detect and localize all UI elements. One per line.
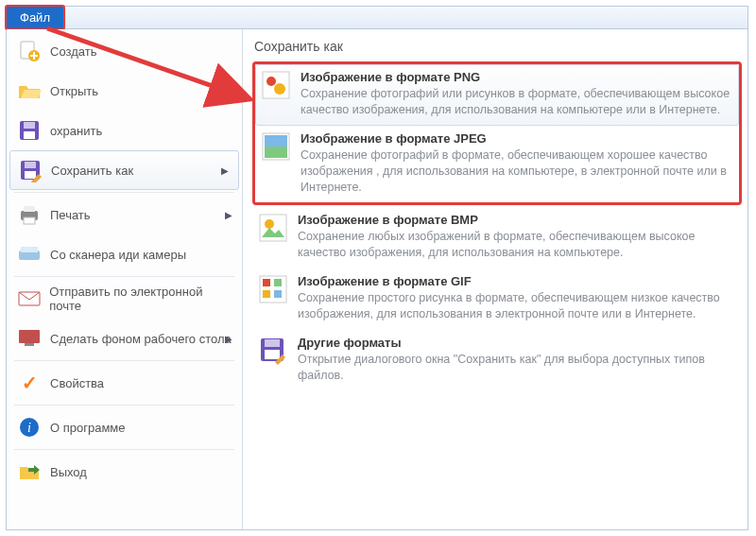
svg-rect-3 xyxy=(24,122,35,129)
menu-about-label: О программе xyxy=(50,421,126,435)
gif-icon xyxy=(258,274,288,304)
option-other[interactable]: Другие форматы Открытие диалогового окна… xyxy=(252,330,742,391)
highlight-box: Изображение в формате PNG Сохранение фот… xyxy=(252,61,742,205)
svg-rect-4 xyxy=(24,131,35,139)
menu-properties-label: Свойства xyxy=(50,376,104,390)
chevron-right-icon: ▶ xyxy=(225,210,232,220)
new-file-icon xyxy=(16,38,43,64)
menu-create[interactable]: Создать xyxy=(7,31,242,71)
svg-rect-27 xyxy=(263,279,270,286)
option-png-desc: Сохранение фотографий или рисунков в фор… xyxy=(301,86,733,118)
option-gif-text: Изображение в формате GIF Сохранение про… xyxy=(298,274,736,322)
menu-save-label: охранить xyxy=(50,124,102,138)
option-bmp-text: Изображение в формате BMP Сохранение люб… xyxy=(298,213,736,261)
tab-file[interactable]: Файл xyxy=(5,5,65,30)
svg-rect-7 xyxy=(25,171,36,179)
svg-rect-10 xyxy=(24,217,35,224)
option-jpeg-desc: Сохранение фотографий в формате, обеспеч… xyxy=(301,147,733,196)
menu-create-label: Создать xyxy=(50,44,96,59)
svg-rect-30 xyxy=(274,290,282,298)
desktop-bg-icon xyxy=(16,325,43,352)
menu-print[interactable]: Печать ▶ xyxy=(7,195,242,234)
option-other-text: Другие форматы Открытие диалогового окна… xyxy=(298,336,736,384)
menu-open[interactable]: Открыть xyxy=(7,71,242,111)
option-png-title: Изображение в формате PNG xyxy=(301,70,733,84)
menu-properties[interactable]: ✓ Свойства xyxy=(7,363,242,403)
svg-rect-33 xyxy=(265,350,280,359)
svg-rect-9 xyxy=(24,206,35,212)
folder-open-icon xyxy=(16,78,43,104)
menu-open-label: Открыть xyxy=(50,84,98,98)
separator xyxy=(14,449,234,450)
svg-point-19 xyxy=(266,77,276,86)
option-bmp-desc: Сохранение любых изображений в формате, … xyxy=(298,229,736,261)
other-formats-icon xyxy=(258,336,288,366)
menu-send-mail[interactable]: Отправить по электронной почте xyxy=(7,279,242,319)
tab-bar: Файл xyxy=(7,7,747,29)
menu-about[interactable]: i О программе xyxy=(7,407,242,447)
option-gif-title: Изображение в формате GIF xyxy=(298,274,736,288)
option-png-text: Изображение в формате PNG Сохранение фот… xyxy=(301,70,733,118)
svg-rect-23 xyxy=(265,147,287,158)
option-jpeg[interactable]: Изображение в формате JPEG Сохранение фо… xyxy=(255,126,739,203)
option-bmp-title: Изображение в формате BMP xyxy=(298,213,736,227)
scanner-icon xyxy=(16,241,43,268)
menu-save-as[interactable]: Сохранить как ▶ xyxy=(9,150,239,190)
bmp-icon xyxy=(258,213,288,243)
svg-rect-12 xyxy=(21,247,38,252)
floppy-icon xyxy=(16,117,43,144)
svg-point-20 xyxy=(274,83,285,95)
option-jpeg-title: Изображение в формате JPEG xyxy=(301,131,733,146)
menu-exit-label: Выход xyxy=(50,465,87,479)
info-icon: i xyxy=(16,414,43,441)
svg-text:i: i xyxy=(27,421,31,435)
mail-icon xyxy=(16,285,42,312)
option-other-desc: Открытие диалогового окна "Сохранить как… xyxy=(298,352,736,384)
chevron-right-icon: ▶ xyxy=(221,165,229,176)
svg-rect-28 xyxy=(274,279,282,286)
file-menu: Создать Открыть охранить Сохранить как xyxy=(7,29,243,529)
check-icon: ✓ xyxy=(16,370,43,396)
svg-rect-22 xyxy=(265,135,287,147)
separator xyxy=(14,360,234,361)
option-bmp[interactable]: Изображение в формате BMP Сохранение люб… xyxy=(252,207,742,268)
svg-rect-29 xyxy=(263,290,270,298)
option-other-title: Другие форматы xyxy=(298,336,736,350)
menu-send-mail-label: Отправить по электронной почте xyxy=(49,285,232,313)
option-gif-desc: Сохранение простого рисунка в формате, о… xyxy=(298,290,736,322)
menu-save-as-label: Сохранить как xyxy=(51,164,133,178)
separator xyxy=(14,276,234,277)
exit-icon xyxy=(16,458,43,485)
svg-rect-14 xyxy=(19,330,40,343)
menu-body: Создать Открыть охранить Сохранить как xyxy=(7,29,747,529)
floppy-pencil-icon xyxy=(17,157,43,183)
menu-exit[interactable]: Выход xyxy=(7,452,242,492)
panel-title: Сохранить как xyxy=(252,35,742,61)
menu-scanner[interactable]: Со сканера иди камеры xyxy=(7,234,242,274)
menu-set-desktop[interactable]: Сделать фоном рабочего стола ▶ xyxy=(7,319,242,358)
png-icon xyxy=(261,70,291,100)
separator xyxy=(14,405,234,406)
printer-icon xyxy=(16,201,43,228)
svg-rect-32 xyxy=(265,339,280,347)
option-png[interactable]: Изображение в формате PNG Сохранение фот… xyxy=(255,64,739,126)
chevron-right-icon: ▶ xyxy=(225,334,232,344)
menu-set-desktop-label: Сделать фоном рабочего стола xyxy=(50,332,232,346)
app-window: Файл Создать Открыть охранить xyxy=(6,6,748,530)
option-gif[interactable]: Изображение в формате GIF Сохранение про… xyxy=(252,268,742,330)
tab-file-label: Файл xyxy=(20,10,50,25)
svg-point-25 xyxy=(265,219,274,229)
svg-rect-15 xyxy=(25,343,34,346)
svg-rect-6 xyxy=(25,162,36,168)
menu-save[interactable]: охранить xyxy=(7,111,242,150)
menu-scanner-label: Со сканера иди камеры xyxy=(50,248,186,262)
option-jpeg-text: Изображение в формате JPEG Сохранение фо… xyxy=(301,131,733,196)
save-as-panel: Сохранить как Изображение в формате PNG … xyxy=(243,29,747,529)
menu-print-label: Печать xyxy=(50,208,91,222)
jpeg-icon xyxy=(261,131,291,162)
separator xyxy=(14,192,234,193)
